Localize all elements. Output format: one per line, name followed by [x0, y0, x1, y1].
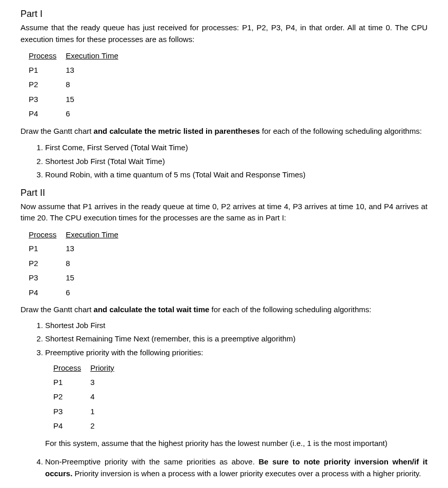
cell-time: 13: [66, 241, 128, 256]
cell-process: P4: [29, 107, 66, 121]
instruction-post: for each of the following scheduling alg…: [260, 127, 422, 135]
table-row: P4 6: [29, 286, 128, 300]
part1-process-table: Process Execution Time P1 13 P2 8 P3 15 …: [29, 49, 128, 121]
cell-time: 6: [66, 286, 128, 300]
part2-process-table: Process Execution Time P1 13 P2 8 P3 15 …: [29, 228, 128, 300]
cell-priority: 4: [90, 390, 124, 404]
part2-instruction: Draw the Gantt chart and calculate the t…: [21, 304, 427, 316]
instruction-pre: Draw the Gantt chart: [21, 305, 94, 314]
list-item-text: Preemptive priority with the following p…: [45, 348, 203, 357]
cell-process: P4: [53, 419, 90, 434]
cell-time: 8: [66, 77, 128, 92]
table-header-process: Process: [29, 49, 66, 63]
cell-process: P1: [29, 63, 66, 78]
part1-instruction: Draw the Gantt chart and calculate the m…: [21, 126, 427, 137]
table-row: P1 3: [53, 375, 124, 390]
instruction-bold: and calculate the total wait time: [94, 305, 210, 314]
table-row: P1 13: [29, 241, 128, 256]
cell-process: P2: [29, 256, 66, 271]
table-header-process: Process: [53, 361, 90, 375]
list-item: First Come, First Served (Total Wait Tim…: [45, 141, 427, 155]
part1-algorithm-list: First Come, First Served (Total Wait Tim…: [21, 141, 427, 182]
item4-pre: Non-Preemptive priority with the same pr…: [45, 457, 258, 466]
table-header-process: Process: [29, 228, 66, 242]
priority-note: For this system, assume that the highest…: [45, 438, 427, 450]
list-item: Preemptive priority with the following p…: [45, 346, 427, 453]
part1-heading: Part I: [21, 7, 427, 21]
table-row: P2 4: [53, 390, 124, 404]
list-item: Shortest Remaining Time Next (remember, …: [45, 332, 427, 346]
part2-intro: Now assume that P1 arrives in the ready …: [21, 201, 427, 224]
table-row: P3 15: [29, 92, 128, 107]
cell-time: 15: [66, 92, 128, 107]
part1-intro: Assume that the ready queue has just rec…: [21, 22, 427, 45]
list-item: Non-Preemptive priority with the same pr…: [45, 452, 427, 480]
cell-process: P3: [29, 271, 66, 286]
cell-process: P4: [29, 286, 66, 300]
table-header-priority: Priority: [90, 361, 124, 375]
cell-priority: 3: [90, 375, 124, 390]
table-header-exectime: Execution Time: [66, 49, 128, 63]
cell-process: P2: [29, 77, 66, 92]
priority-table: Process Priority P1 3 P2 4 P3 1 P4 2: [53, 361, 124, 434]
table-row: P4 6: [29, 107, 128, 121]
instruction-post: for each of the following scheduling alg…: [209, 305, 371, 314]
cell-process: P1: [29, 241, 66, 256]
table-row: P2 8: [29, 77, 128, 92]
cell-process: P3: [29, 92, 66, 107]
cell-priority: 2: [90, 419, 124, 434]
table-row: P3 1: [53, 404, 124, 419]
table-row: P3 15: [29, 271, 128, 286]
list-item: Shortest Job First (Total Wait Time): [45, 155, 427, 169]
table-header-exectime: Execution Time: [66, 228, 128, 242]
cell-time: 13: [66, 63, 128, 78]
cell-process: P3: [53, 404, 90, 419]
list-item: Round Robin, with a time quantum of 5 ms…: [45, 168, 427, 182]
item4-post: Priority inversion is when a process wit…: [72, 469, 421, 478]
instruction-bold: and calculate the metric listed in paren…: [94, 127, 260, 135]
part2-heading: Part II: [21, 186, 427, 200]
part2-algorithm-list: Shortest Job First Shortest Remaining Ti…: [21, 319, 427, 481]
cell-time: 8: [66, 256, 128, 271]
list-item: Shortest Job First: [45, 319, 427, 333]
cell-priority: 1: [90, 404, 124, 419]
table-row: P4 2: [53, 419, 124, 434]
cell-process: P1: [53, 375, 90, 390]
cell-time: 15: [66, 271, 128, 286]
cell-time: 6: [66, 107, 128, 121]
instruction-pre: Draw the Gantt chart: [21, 127, 94, 135]
cell-process: P2: [53, 390, 90, 404]
table-row: P1 13: [29, 63, 128, 78]
table-row: P2 8: [29, 256, 128, 271]
